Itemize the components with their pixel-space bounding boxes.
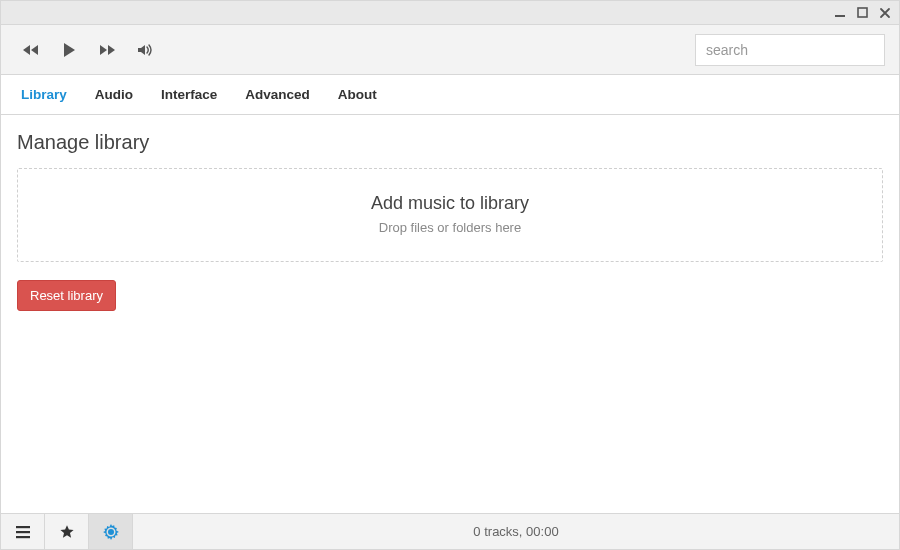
maximize-icon — [857, 7, 868, 18]
maximize-button[interactable] — [857, 7, 868, 18]
settings-tabs: Library Audio Interface Advanced About — [1, 75, 899, 115]
volume-button[interactable] — [129, 34, 161, 66]
list-icon — [15, 525, 31, 539]
tab-interface[interactable]: Interface — [161, 87, 217, 102]
tab-library[interactable]: Library — [21, 87, 67, 102]
svg-rect-4 — [16, 536, 30, 538]
next-button[interactable] — [91, 34, 123, 66]
svg-rect-3 — [16, 531, 30, 533]
footer-favorites-button[interactable] — [45, 514, 89, 549]
settings-content: Manage library Add music to library Drop… — [1, 115, 899, 513]
svg-rect-2 — [16, 526, 30, 528]
search-input[interactable] — [695, 34, 885, 66]
search-box — [695, 34, 885, 66]
svg-rect-0 — [835, 15, 845, 17]
library-dropzone[interactable]: Add music to library Drop files or folde… — [17, 168, 883, 262]
title-bar — [1, 1, 899, 25]
next-icon — [98, 41, 116, 59]
tab-audio[interactable]: Audio — [95, 87, 133, 102]
volume-icon — [136, 41, 154, 59]
gear-icon — [103, 524, 119, 540]
previous-button[interactable] — [15, 34, 47, 66]
svg-rect-1 — [858, 8, 867, 17]
play-button[interactable] — [53, 34, 85, 66]
prev-icon — [22, 41, 40, 59]
page-heading: Manage library — [17, 131, 883, 154]
close-icon — [879, 7, 891, 19]
star-icon — [59, 524, 75, 540]
footer-status: 0 tracks, 00:00 — [133, 514, 899, 549]
minimize-icon — [834, 7, 846, 19]
dropzone-subtitle: Drop files or folders here — [28, 220, 872, 235]
minimize-button[interactable] — [834, 7, 846, 19]
dropzone-title: Add music to library — [28, 193, 872, 214]
reset-library-button[interactable]: Reset library — [17, 280, 116, 311]
footer-settings-button[interactable] — [89, 514, 133, 549]
footer-library-button[interactable] — [1, 514, 45, 549]
close-button[interactable] — [879, 7, 891, 19]
tab-about[interactable]: About — [338, 87, 377, 102]
tab-advanced[interactable]: Advanced — [245, 87, 310, 102]
player-bar — [1, 25, 899, 75]
footer-bar: 0 tracks, 00:00 — [1, 513, 899, 549]
play-icon — [59, 40, 79, 60]
